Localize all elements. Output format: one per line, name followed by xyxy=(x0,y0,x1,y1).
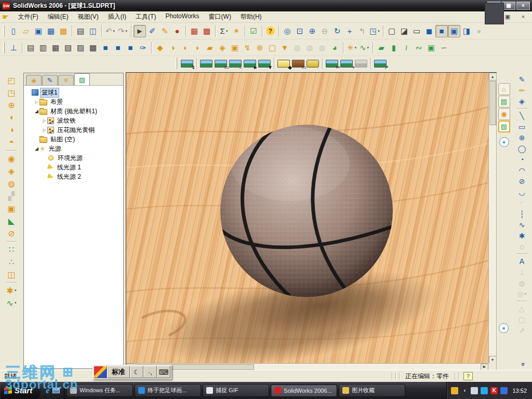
section-view-icon[interactable]: ◨ xyxy=(460,25,473,37)
vertical-scroll-thumb[interactable] xyxy=(489,81,496,125)
revolved-cut-side-icon[interactable]: ◑ xyxy=(5,124,18,136)
pan-icon[interactable]: + xyxy=(343,25,356,37)
pw-render-last-icon[interactable]: ← xyxy=(229,60,242,68)
file-explorer-pane-icon[interactable]: ◉ xyxy=(498,108,510,120)
surface-knit-icon[interactable]: ∽ xyxy=(437,42,450,54)
photoworks-preview-icon[interactable]: ✶ xyxy=(230,25,243,37)
revolved-boss-icon[interactable]: ◑ xyxy=(166,42,179,54)
edit-sketch-icon[interactable]: ✎ xyxy=(158,25,171,37)
cut-surface-side-icon[interactable]: ⊘ xyxy=(5,227,18,240)
top-view-icon[interactable]: ▨ xyxy=(74,42,87,54)
menu-view[interactable]: 视图(V) xyxy=(73,11,103,22)
lofted-boss-icon[interactable]: ◗ xyxy=(191,42,204,54)
centerline-icon[interactable]: ┆ xyxy=(516,208,528,219)
tree-root-part[interactable]: 篮球1 xyxy=(25,88,123,97)
pw-render-frame-icon[interactable] xyxy=(200,60,212,68)
ime-softkeyboard-icon[interactable]: ⌨ xyxy=(157,366,170,378)
menu-file[interactable]: 文件(F) xyxy=(13,11,43,22)
tree-item-label[interactable]: 线光源 2 xyxy=(56,172,82,181)
toolbar-grip[interactable] xyxy=(3,25,5,37)
sketch-icon[interactable]: ✎ xyxy=(516,74,528,85)
pw-render-selection-icon[interactable]: ► xyxy=(244,60,256,68)
flex-icon[interactable]: ↯ xyxy=(241,42,254,54)
left-view-icon[interactable]: ▦ xyxy=(49,42,62,54)
curves-icon[interactable]: ∿ xyxy=(358,42,370,54)
home-pane-icon[interactable]: ⌂ xyxy=(498,83,510,95)
extruded-boss-side-icon[interactable]: ◰ xyxy=(5,74,18,86)
tree-directional-light-1[interactable]: 线光源 1 xyxy=(25,163,123,172)
image-pane-icon[interactable]: ▨ xyxy=(498,121,510,132)
clock[interactable]: 13:52 xyxy=(512,388,527,394)
print-icon[interactable]: ▤ xyxy=(74,25,87,37)
tree-expander-icon[interactable]: ▷ xyxy=(42,128,47,132)
wrap-icon[interactable]: ▼ xyxy=(278,42,291,54)
ime-punctuation-icon[interactable]: ·, xyxy=(143,366,157,378)
pattern-icon[interactable]: ▣ xyxy=(229,42,241,54)
shaded-icon[interactable]: ■ xyxy=(435,25,448,37)
face-side-icon[interactable]: ▣ xyxy=(5,202,18,215)
bottom-view-icon[interactable]: ▩ xyxy=(87,42,99,54)
resources-pane-icon[interactable]: ▤ xyxy=(498,96,510,108)
make-drawing-icon[interactable]: ▦ xyxy=(45,25,57,37)
ellipse-icon[interactable]: ⊘ xyxy=(516,176,528,187)
make-assembly-icon[interactable]: ▩ xyxy=(57,25,70,37)
new-document-icon[interactable]: ▯ xyxy=(7,25,20,37)
scroll-right-icon[interactable]: ▶ xyxy=(481,364,488,370)
zoom-to-fit-icon[interactable]: ◎ xyxy=(281,25,294,37)
revolved-boss-side-icon[interactable]: ⊕ xyxy=(5,99,18,111)
surface-extrude-icon[interactable]: ▰ xyxy=(375,42,388,54)
rectangle-icon[interactable]: ▭ xyxy=(516,121,528,132)
tangent-arc-icon[interactable]: ◠ xyxy=(516,165,528,176)
ime-logo-icon[interactable] xyxy=(94,366,107,378)
open-document-icon[interactable]: ▱ xyxy=(20,25,32,37)
rotate-view-icon[interactable]: ↻ xyxy=(331,25,343,37)
swept-boss-icon[interactable]: ◖ xyxy=(179,42,191,54)
lofted-boss-side-icon[interactable]: ◓ xyxy=(5,136,18,149)
tree-expander-icon[interactable]: ◢ xyxy=(34,109,39,114)
pw-options-icon[interactable] xyxy=(307,60,319,68)
chamfer-side-icon[interactable]: ◈ xyxy=(5,165,18,177)
rib-icon[interactable]: ◈ xyxy=(216,42,229,54)
tree-scenery[interactable]: ▷布景 xyxy=(25,97,123,107)
tree-item-label[interactable]: 篮球1 xyxy=(41,88,59,97)
centerpoint-arc-icon[interactable]: ◔ xyxy=(516,154,528,165)
tree-expander-icon[interactable]: ▷ xyxy=(34,100,39,104)
reference-geometry-side-icon[interactable]: ✱ xyxy=(5,284,18,297)
line-icon[interactable]: ╲ xyxy=(516,110,528,121)
taskbar-ie-soccer[interactable]: 终于把足球画... xyxy=(135,384,201,397)
parabola-icon[interactable]: ◡ xyxy=(516,187,528,197)
tree-ambient-light[interactable]: 环境光源 xyxy=(25,153,123,163)
menu-photoworks[interactable]: PhotoWorks xyxy=(161,11,204,22)
isometric-view-icon[interactable]: ■ xyxy=(99,42,112,54)
right-view-icon[interactable]: ▧ xyxy=(62,42,74,54)
tray-messenger-icon[interactable] xyxy=(481,387,488,394)
sketch-knife-icon[interactable]: ✑ xyxy=(137,42,149,54)
status-help-icon[interactable]: ? xyxy=(463,372,473,380)
tray-ime-icon[interactable] xyxy=(451,387,458,394)
tree-item-label[interactable]: 线光源 1 xyxy=(56,163,82,172)
scroll-up-icon[interactable]: ▲ xyxy=(489,73,497,81)
menu-edit[interactable]: 编辑(E) xyxy=(43,11,73,22)
taskbar-windows-task[interactable]: Windows 任务... xyxy=(66,384,133,397)
tree-material-corrugated-iron[interactable]: ▷波纹铁 xyxy=(25,116,123,125)
measure-icon[interactable]: Σ xyxy=(218,25,230,37)
tab-configurationmanager[interactable]: ≡ xyxy=(58,75,74,85)
tree-item-label[interactable]: 材质 (抛光塑料1) xyxy=(49,107,98,116)
surface-loft-icon[interactable]: ∾ xyxy=(413,42,425,54)
shell-side-icon[interactable]: ◍ xyxy=(5,177,18,190)
pw-scene-icon[interactable]: ▭ xyxy=(292,60,304,68)
planar-surface-icon[interactable]: ▣ xyxy=(425,42,437,54)
mirror-feature-side-icon[interactable]: ◫ xyxy=(5,268,18,281)
pw-render-to-file-icon[interactable]: ▼ xyxy=(258,60,271,68)
pw-render-area-icon[interactable]: ▭ xyxy=(215,60,227,68)
circle-icon[interactable]: ⊕ xyxy=(516,132,528,143)
menu-help[interactable]: 帮助(H) xyxy=(236,11,267,22)
child-close-button[interactable]: × xyxy=(518,14,528,20)
save-icon[interactable]: ▣ xyxy=(32,25,45,37)
close-button[interactable]: × xyxy=(516,2,530,10)
horizontal-scrollbar[interactable]: ◀ ▶ xyxy=(126,363,488,370)
options-icon[interactable]: ☑ xyxy=(247,25,260,37)
surface-revolve-icon[interactable]: ▮ xyxy=(388,42,400,54)
pw-edit-image-icon[interactable]: ↗ xyxy=(374,60,387,68)
child-restore-button[interactable]: ▣ xyxy=(503,14,512,20)
